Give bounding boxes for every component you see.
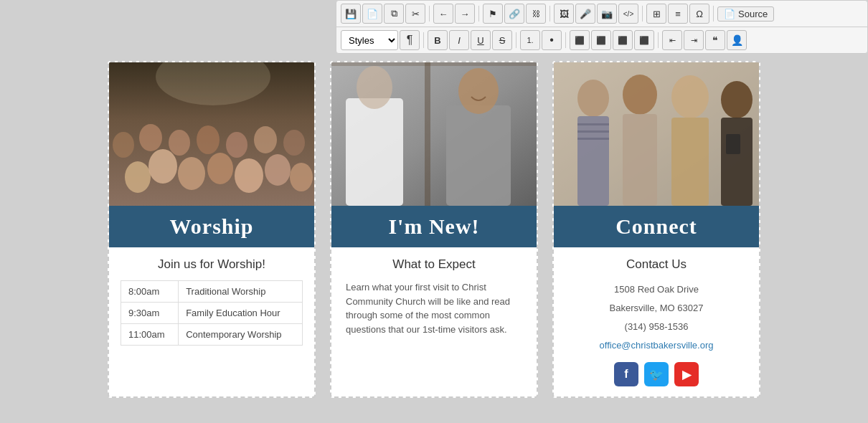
- svg-rect-22: [331, 62, 537, 66]
- justify-button[interactable]: ⬛: [634, 30, 654, 50]
- svg-rect-21: [425, 62, 430, 206]
- svg-point-30: [623, 75, 657, 115]
- handshake-photo: [331, 62, 537, 206]
- worship-image: [109, 62, 314, 206]
- bold-button[interactable]: B: [428, 30, 448, 50]
- strikethrough-button[interactable]: S: [492, 30, 512, 50]
- svg-point-10: [169, 130, 190, 156]
- video-button[interactable]: 📷: [597, 4, 617, 24]
- link-button[interactable]: 🔗: [504, 4, 524, 24]
- svg-rect-27: [577, 123, 609, 125]
- connect-body: Contact Us 1508 Red Oak Drive Bakersvill…: [554, 247, 759, 396]
- email-link[interactable]: office@christbakersville.org: [600, 340, 714, 351]
- italic-button[interactable]: I: [449, 30, 469, 50]
- separator-3: [549, 6, 550, 22]
- schedule-time-1: 8:00am: [121, 281, 179, 303]
- audio-button[interactable]: 🎤: [575, 4, 595, 24]
- connect-banner: Connect: [554, 206, 759, 247]
- image-button[interactable]: 🖼: [554, 4, 574, 24]
- schedule-row-3: 11:00am Contemporary Worship: [121, 324, 303, 346]
- worship-schedule: 8:00am Traditional Worship 9:30am Family…: [121, 280, 303, 346]
- svg-rect-26: [577, 116, 609, 206]
- connect-address: 1508 Red Oak Drive Bakersville, MO 63027…: [565, 280, 747, 355]
- worship-banner: Worship: [109, 206, 314, 247]
- svg-rect-35: [721, 118, 753, 206]
- save-button[interactable]: 💾: [341, 4, 361, 24]
- connect-banner-text: Connect: [615, 214, 697, 238]
- cards-area: Worship Join us for Worship! 8:00am Trad…: [0, 61, 868, 398]
- separator-1: [429, 6, 430, 22]
- svg-point-6: [265, 154, 291, 186]
- toolbar-row-1: 💾 📄 ⧉ ✂ ← → ⚑ 🔗 ⛓ 🖼 🎤 📷 </> ⊞ ≡ Ω 📄 Sour…: [336, 1, 867, 27]
- svg-rect-36: [726, 134, 740, 154]
- worship-title: Join us for Worship!: [121, 257, 303, 272]
- source-button[interactable]: 📄 Source: [717, 6, 774, 22]
- special-chars-button[interactable]: Ω: [689, 4, 709, 24]
- align-left-button[interactable]: ⬛: [570, 30, 590, 50]
- worship-banner-text: Worship: [169, 214, 253, 238]
- facebook-label: f: [624, 368, 628, 381]
- connect-title: Contact Us: [565, 257, 747, 272]
- blockquote-button[interactable]: ❝: [705, 30, 725, 50]
- new-card: I'm New! What to Expect Learn what your …: [330, 61, 538, 398]
- svg-point-20: [458, 68, 499, 114]
- cut-button[interactable]: ✂: [405, 4, 425, 24]
- svg-point-13: [254, 126, 277, 153]
- hr-button[interactable]: ≡: [668, 4, 688, 24]
- undo-button[interactable]: ←: [433, 4, 453, 24]
- svg-point-4: [207, 153, 233, 184]
- flag-button[interactable]: ⚑: [483, 4, 503, 24]
- paragraph-button[interactable]: ¶: [400, 30, 420, 50]
- group-photo: [554, 62, 759, 206]
- connect-card: Connect Contact Us 1508 Red Oak Drive Ba…: [552, 61, 760, 398]
- unordered-list-button[interactable]: •: [542, 30, 562, 50]
- align-right-button[interactable]: ⬛: [613, 30, 633, 50]
- new-description: Learn what your first visit to Christ Co…: [343, 280, 525, 336]
- svg-rect-28: [577, 130, 609, 133]
- svg-point-3: [178, 157, 205, 190]
- separator-6: [423, 32, 424, 48]
- crowd-photo: [109, 62, 314, 206]
- ordered-list-button[interactable]: 1.: [520, 30, 540, 50]
- save-alt-button[interactable]: 📄: [362, 4, 382, 24]
- source-label: Source: [738, 9, 768, 19]
- svg-point-34: [721, 81, 753, 118]
- separator-2: [478, 6, 479, 22]
- svg-point-18: [357, 66, 392, 109]
- twitter-label: 🐦: [649, 368, 664, 381]
- separator-4: [642, 6, 643, 22]
- underline-button[interactable]: U: [471, 30, 491, 50]
- youtube-label: ▶: [682, 368, 691, 381]
- new-title: What to Expect: [343, 257, 525, 272]
- person-button[interactable]: 👤: [727, 30, 747, 50]
- schedule-row-1: 8:00am Traditional Worship: [121, 281, 303, 303]
- table-button[interactable]: ⊞: [646, 4, 666, 24]
- schedule-time-3: 11:00am: [121, 324, 179, 346]
- twitter-icon[interactable]: 🐦: [644, 362, 669, 386]
- unlink-button[interactable]: ⛓: [526, 4, 546, 24]
- schedule-event-1: Traditional Worship: [179, 281, 303, 303]
- new-body: What to Expect Learn what your first vis…: [331, 247, 537, 346]
- youtube-icon[interactable]: ▶: [674, 362, 699, 386]
- facebook-icon[interactable]: f: [614, 362, 638, 386]
- worship-body: Join us for Worship! 8:00am Traditional …: [109, 247, 314, 356]
- styles-dropdown[interactable]: Styles: [341, 30, 398, 50]
- separator-7: [516, 32, 516, 48]
- svg-point-1: [125, 161, 151, 193]
- svg-point-5: [235, 158, 263, 193]
- address-line-1: 1508 Red Oak Drive: [565, 280, 747, 299]
- svg-point-9: [139, 124, 162, 151]
- redo-button[interactable]: →: [455, 4, 475, 24]
- separator-9: [658, 32, 659, 48]
- indent-less-button[interactable]: ⇤: [662, 30, 682, 50]
- indent-more-button[interactable]: ⇥: [684, 30, 704, 50]
- separator-5: [713, 6, 714, 22]
- separator-8: [565, 32, 566, 48]
- svg-point-11: [197, 125, 220, 154]
- svg-point-2: [148, 149, 177, 184]
- code-button[interactable]: </>: [618, 4, 638, 24]
- source-icon: 📄: [724, 9, 735, 19]
- align-center-button[interactable]: ⬛: [591, 30, 611, 50]
- copy-button[interactable]: ⧉: [384, 4, 404, 24]
- toolbar-row-2: Styles ¶ B I U S 1. • ⬛ ⬛ ⬛ ⬛ ⇤ ⇥ ❝ 👤: [336, 27, 867, 53]
